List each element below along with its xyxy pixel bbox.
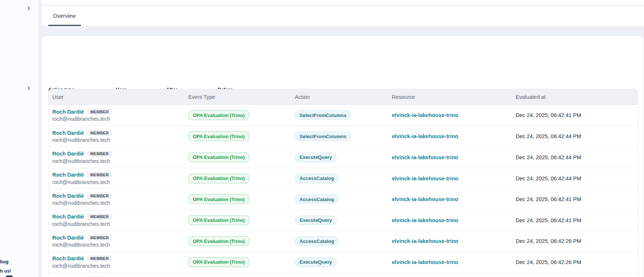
user-name-link[interactable]: Roch Dardié — [52, 214, 84, 220]
event-type-badge: OPA Evaluation (Trino) — [188, 131, 249, 141]
resource-link[interactable]: elvinck-ia-lakehouse-trino — [392, 176, 458, 181]
table-row[interactable]: Roch Dardié MEMBER roch@nudibranches.tec… — [49, 210, 638, 231]
resource-cell: elvinck-ia-lakehouse-trino — [388, 196, 512, 203]
evaluated-at-timestamp: Dec 24, 2025, 06:42:26 PM — [516, 259, 581, 265]
user-email: roch@nudibranches.tech — [52, 179, 185, 185]
resource-cell: elvinck-ia-lakehouse-trino — [388, 175, 512, 182]
user-email: roch@nudibranches.tech — [52, 116, 185, 122]
chevron-right-icon — [26, 6, 31, 12]
action-cell: SelectFromColumns — [291, 131, 388, 141]
table-row[interactable]: Roch Dardié MEMBER roch@nudibranches.tec… — [49, 251, 638, 273]
evaluated-at-timestamp: Dec 24, 2025, 06:42:41 PM — [516, 217, 581, 223]
evaluated-at-cell: Dec 24, 2025, 06:42:26 PM — [512, 259, 638, 266]
action-cell: ExecuteQuery — [291, 257, 388, 267]
user-name-link[interactable]: Roch Dardié — [52, 256, 84, 261]
sidebar-footer-fragment-bug[interactable]: bug — [0, 259, 9, 264]
column-header-resource: Resource — [388, 94, 512, 100]
active-tab-underline — [48, 25, 81, 26]
resource-link[interactable]: elvinck-ia-lakehouse-trino — [392, 217, 458, 223]
user-name-link[interactable]: Roch Dardié — [52, 172, 84, 178]
evaluated-at-timestamp: Dec 24, 2025, 06:42:44 PM — [516, 133, 581, 139]
table-row[interactable]: Roch Dardié MEMBER roch@nudibranches.tec… — [49, 273, 638, 277]
user-cell: Roch Dardié MEMBER roch@nudibranches.tec… — [49, 256, 185, 269]
page-header-strip — [42, 0, 644, 6]
user-cell: Roch Dardié MEMBER roch@nudibranches.tec… — [49, 193, 185, 206]
tab-overview-label: Overview — [53, 13, 76, 19]
resource-link[interactable]: elvinck-ia-lakehouse-trino — [392, 238, 458, 244]
event-type-badge: OPA Evaluation (Trino) — [188, 216, 249, 225]
column-header-event-type: Event Type — [185, 94, 291, 100]
evaluated-at-cell: Dec 24, 2025, 06:42:44 PM — [512, 175, 638, 182]
member-role-badge: MEMBER — [87, 214, 112, 220]
resource-link[interactable]: elvinck-ia-lakehouse-trino — [392, 259, 458, 265]
table-row[interactable]: Roch Dardié MEMBER roch@nudibranches.tec… — [49, 147, 638, 168]
user-email: roch@nudibranches.tech — [52, 242, 185, 248]
resource-cell: elvinck-ia-lakehouse-trino — [388, 217, 512, 224]
column-header-evaluated-at: Evaluated at — [512, 94, 638, 100]
event-type-cell: OPA Evaluation (Trino) — [185, 153, 291, 162]
table-header-row: User Event Type Action Resource Evaluate… — [49, 89, 638, 105]
member-role-badge: MEMBER — [87, 130, 112, 136]
user-cell: Roch Dardié MEMBER roch@nudibranches.tec… — [49, 172, 185, 185]
user-cell: Roch Dardié MEMBER roch@nudibranches.tec… — [49, 214, 185, 227]
table-row[interactable]: Roch Dardié MEMBER roch@nudibranches.tec… — [49, 231, 638, 252]
column-header-action: Action — [291, 94, 388, 100]
event-type-cell: OPA Evaluation (Trino) — [185, 236, 291, 246]
user-email: roch@nudibranches.tech — [52, 137, 185, 143]
sidebar-expand-middle-button[interactable] — [25, 85, 32, 92]
event-type-badge: OPA Evaluation (Trino) — [188, 257, 249, 267]
member-role-badge: MEMBER — [87, 256, 112, 262]
event-type-badge: OPA Evaluation (Trino) — [188, 153, 249, 162]
evaluated-at-timestamp: Dec 24, 2025, 06:42:41 PM — [516, 196, 581, 202]
tab-overview[interactable]: Overview — [48, 6, 81, 26]
user-name-link[interactable]: Roch Dardié — [52, 193, 84, 199]
member-role-badge: MEMBER — [87, 172, 112, 178]
audit-events-table: User Event Type Action Resource Evaluate… — [48, 89, 638, 277]
user-email: roch@nudibranches.tech — [52, 200, 185, 206]
table-row[interactable]: Roch Dardié MEMBER roch@nudibranches.tec… — [49, 126, 638, 147]
table-body: Roch Dardié MEMBER roch@nudibranches.tec… — [49, 105, 638, 277]
user-email: roch@nudibranches.tech — [52, 263, 185, 269]
sidebar-expand-top-button[interactable] — [25, 5, 32, 12]
action-cell: AccessCatalog — [291, 174, 388, 183]
action-badge: AccessCatalog — [295, 236, 339, 246]
table-row[interactable]: Roch Dardié MEMBER roch@nudibranches.tec… — [49, 105, 638, 126]
sidebar-footer-fragment-reach-us[interactable]: h us! — [0, 268, 11, 274]
action-cell: SelectFromColumns — [291, 110, 388, 120]
resource-cell: elvinck-ia-lakehouse-trino — [388, 259, 512, 266]
resource-link[interactable]: elvinck-ia-lakehouse-trino — [392, 196, 458, 202]
column-header-user: User — [49, 94, 185, 100]
evaluated-at-cell: Dec 24, 2025, 06:42:41 PM — [512, 112, 638, 119]
chevron-right-icon — [26, 86, 31, 92]
action-badge: ExecuteQuery — [295, 216, 337, 225]
action-badge: ExecuteQuery — [295, 257, 337, 267]
user-name-link[interactable]: Roch Dardié — [52, 151, 84, 157]
member-role-badge: MEMBER — [87, 109, 112, 115]
user-name-link[interactable]: Roch Dardié — [52, 109, 84, 115]
evaluated-at-timestamp: Dec 24, 2025, 06:42:41 PM — [516, 112, 581, 118]
resource-link[interactable]: elvinck-ia-lakehouse-trino — [392, 133, 458, 139]
resource-link[interactable]: elvinck-ia-lakehouse-trino — [392, 154, 458, 160]
user-cell: Roch Dardié MEMBER roch@nudibranches.tec… — [49, 109, 185, 122]
action-cell: ExecuteQuery — [291, 216, 388, 225]
table-row[interactable]: Roch Dardié MEMBER roch@nudibranches.tec… — [49, 168, 638, 189]
event-type-cell: OPA Evaluation (Trino) — [185, 216, 291, 225]
resource-link[interactable]: elvinck-ia-lakehouse-trino — [392, 112, 458, 118]
user-name-link[interactable]: Roch Dardié — [52, 235, 84, 241]
action-cell: AccessCatalog — [291, 194, 388, 204]
resource-cell: elvinck-ia-lakehouse-trino — [388, 112, 512, 119]
audit-log-card: Action type User After Before Select an … — [42, 36, 643, 277]
action-cell: ExecuteQuery — [291, 153, 388, 162]
table-row[interactable]: Roch Dardié MEMBER roch@nudibranches.tec… — [49, 188, 638, 210]
evaluated-at-cell: Dec 24, 2025, 06:42:26 PM — [512, 238, 638, 244]
user-cell: Roch Dardié MEMBER roch@nudibranches.tec… — [49, 151, 185, 164]
member-role-badge: MEMBER — [87, 234, 112, 241]
action-badge: ExecuteQuery — [295, 153, 337, 162]
action-badge: SelectFromColumns — [295, 131, 351, 141]
event-type-cell: OPA Evaluation (Trino) — [185, 131, 291, 141]
sidebar-footer-logo-partial — [6, 276, 13, 277]
action-badge: AccessCatalog — [295, 174, 339, 183]
user-name-link[interactable]: Roch Dardié — [52, 130, 84, 136]
tab-bar: Overview — [42, 6, 644, 26]
event-type-badge: OPA Evaluation (Trino) — [188, 174, 249, 183]
